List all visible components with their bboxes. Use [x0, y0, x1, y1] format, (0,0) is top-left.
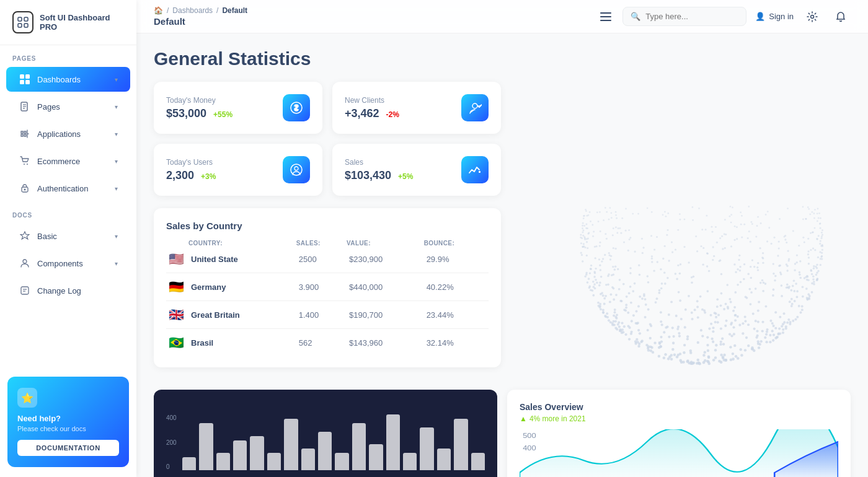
svg-point-251	[796, 254, 798, 256]
svg-point-579	[600, 269, 601, 271]
svg-point-655	[586, 224, 588, 225]
svg-point-452	[596, 282, 598, 284]
svg-point-738	[644, 298, 647, 300]
sidebar-item-authentication[interactable]: Authentication ▾	[6, 176, 130, 201]
sidebar-item-applications[interactable]: Applications ▾	[6, 121, 130, 146]
svg-point-571	[651, 258, 653, 260]
svg-point-161	[730, 301, 732, 304]
svg-point-623	[774, 275, 777, 278]
sidebar-item-dashboards[interactable]: Dashboards ▾	[6, 67, 130, 92]
svg-point-79	[590, 221, 591, 222]
svg-point-532	[582, 225, 583, 227]
svg-point-351	[645, 344, 648, 346]
notifications-button[interactable]	[831, 7, 851, 27]
svg-point-245	[611, 323, 614, 326]
svg-point-762	[691, 318, 694, 320]
svg-point-424	[720, 354, 722, 356]
svg-point-668	[613, 315, 615, 317]
svg-point-404	[621, 331, 623, 334]
sidebar-item-basic[interactable]: Basic ▾	[6, 224, 130, 248]
svg-point-763	[619, 328, 621, 331]
changelog-label: Change Log	[37, 286, 118, 295]
svg-point-481	[773, 325, 775, 327]
svg-rect-3	[24, 24, 28, 27]
svg-point-343	[658, 346, 660, 349]
svg-point-574	[629, 272, 631, 274]
svg-point-238	[636, 338, 638, 341]
svg-point-613	[680, 361, 683, 364]
svg-point-754	[594, 246, 596, 248]
svg-point-57	[684, 326, 686, 328]
svg-point-234	[799, 271, 800, 273]
svg-point-125	[658, 342, 661, 344]
svg-point-779	[593, 271, 595, 273]
svg-point-16	[23, 260, 27, 263]
svg-point-659	[807, 299, 809, 301]
svg-point-323	[691, 281, 693, 284]
svg-point-301	[599, 211, 601, 213]
svg-point-36	[609, 258, 611, 260]
svg-point-201	[730, 245, 732, 247]
svg-point-778	[599, 242, 601, 243]
sidebar-item-ecommerce[interactable]: Ecommerce ▾	[6, 149, 130, 173]
svg-point-291	[671, 251, 673, 253]
svg-point-379	[599, 305, 601, 307]
svg-point-565	[765, 341, 768, 343]
documentation-button[interactable]: DOCUMENTATION	[17, 440, 119, 456]
svg-point-187	[808, 297, 810, 299]
svg-point-495	[664, 353, 666, 356]
svg-point-750	[811, 282, 813, 285]
search-input[interactable]	[645, 12, 738, 21]
svg-point-722	[801, 305, 804, 308]
svg-point-44	[814, 209, 816, 211]
svg-point-415	[660, 336, 662, 338]
svg-point-753	[593, 286, 595, 288]
settings-button[interactable]	[802, 7, 822, 27]
svg-rect-6	[20, 80, 24, 84]
svg-point-458	[585, 272, 587, 274]
svg-point-65	[793, 280, 795, 282]
svg-point-601	[790, 298, 793, 300]
svg-point-556	[786, 263, 787, 265]
svg-point-295	[696, 362, 699, 365]
bar	[437, 449, 451, 470]
svg-point-143	[696, 250, 698, 252]
sales-by-country: Sales by Country Country: Sales: Value: …	[154, 208, 501, 367]
svg-point-37	[730, 222, 732, 224]
svg-point-77	[628, 292, 631, 294]
svg-point-276	[820, 222, 822, 224]
svg-point-279	[647, 329, 649, 331]
sidebar-item-components[interactable]: Components ▾	[6, 251, 130, 276]
svg-point-466	[587, 281, 589, 284]
sidebar-item-pages[interactable]: Pages ▾	[6, 94, 130, 119]
svg-point-434	[636, 341, 639, 343]
svg-point-184	[733, 306, 736, 309]
sign-in-button[interactable]: 👤 Sign in	[755, 12, 794, 21]
svg-point-450	[730, 335, 733, 337]
svg-point-334	[612, 266, 614, 268]
svg-point-297	[782, 328, 784, 331]
svg-point-736	[725, 359, 728, 362]
svg-point-228	[707, 362, 711, 365]
svg-point-749	[799, 274, 800, 276]
svg-point-200	[675, 315, 678, 317]
svg-point-32	[712, 341, 714, 343]
main-content: 🏠 / Dashboards / Default Default 🔍 👤 Sig…	[136, 0, 868, 477]
svg-point-366	[757, 343, 760, 345]
svg-point-169	[600, 276, 603, 278]
svg-point-133	[615, 317, 618, 320]
sidebar-item-changelog[interactable]: Change Log	[6, 278, 130, 303]
bar	[284, 419, 298, 470]
bottom-row: 400 200 0 Sales Overview ▲ 4% more in 20…	[154, 390, 851, 477]
svg-point-635	[692, 206, 694, 208]
svg-point-689	[628, 229, 630, 231]
svg-point-202	[806, 275, 808, 278]
hamburger-button[interactable]	[598, 10, 614, 24]
svg-point-751	[742, 322, 744, 325]
svg-point-123	[727, 306, 729, 309]
svg-point-47	[622, 283, 625, 286]
authentication-icon	[19, 182, 31, 195]
svg-rect-1	[24, 17, 28, 21]
clients-icon	[461, 94, 489, 121]
svg-point-789	[597, 302, 600, 304]
